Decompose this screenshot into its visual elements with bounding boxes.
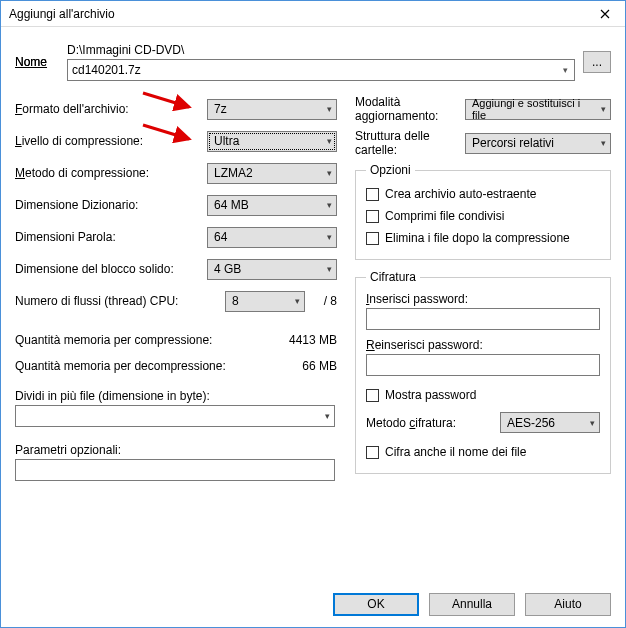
encrypt-names-checkbox[interactable] <box>366 446 379 459</box>
shared-checkbox[interactable] <box>366 210 379 223</box>
shared-label: Comprimi file condivisi <box>385 209 504 223</box>
right-column: Modalità aggiornamento: Aggiungi e sosti… <box>355 95 611 484</box>
archive-name-combo[interactable]: ▾ <box>67 59 575 81</box>
params-input[interactable] <box>15 459 335 481</box>
archive-name-input[interactable] <box>68 60 556 80</box>
chevron-down-icon: ▾ <box>327 136 332 146</box>
window-title: Aggiungi all'archivio <box>9 7 585 21</box>
method-select[interactable]: LZMA2▾ <box>207 163 337 184</box>
show-password-label: Mostra password <box>385 388 476 402</box>
dialog-body: Nome D:\Immagini CD-DVD\ ▾ ... Formato d… <box>1 27 625 581</box>
word-select[interactable]: 64▾ <box>207 227 337 248</box>
solid-label: Dimensione del blocco solido: <box>15 262 207 276</box>
options-legend: Opzioni <box>366 163 415 177</box>
show-password-checkbox[interactable] <box>366 389 379 402</box>
word-label: Dimensioni Parola: <box>15 230 207 244</box>
mem-comp-value: 4413 MB <box>267 333 337 347</box>
chevron-down-icon: ▾ <box>601 138 606 148</box>
ok-button[interactable]: OK <box>333 593 419 616</box>
delete-checkbox[interactable] <box>366 232 379 245</box>
archive-path: D:\Immagini CD-DVD\ <box>67 43 575 57</box>
chevron-down-icon: ▾ <box>327 168 332 178</box>
mem-decomp-label: Quantità memoria per decompressione: <box>15 359 267 373</box>
chevron-down-icon: ▾ <box>590 418 595 428</box>
threads-select[interactable]: 8▾ <box>225 291 305 312</box>
chevron-down-icon: ▾ <box>327 232 332 242</box>
dict-select[interactable]: 64 MB▾ <box>207 195 337 216</box>
encrypt-names-label: Cifra anche il nome dei file <box>385 445 526 459</box>
chevron-down-icon: ▾ <box>327 264 332 274</box>
dialog-footer: OK Annulla Aiuto <box>1 581 625 627</box>
encryption-legend: Cifratura <box>366 270 420 284</box>
password-confirm-input[interactable] <box>366 354 600 376</box>
sfx-checkbox[interactable] <box>366 188 379 201</box>
method-label: Metodo di compressione: <box>15 166 207 180</box>
name-label: Nome <box>15 55 67 69</box>
pw1-label: Inserisci password: <box>366 292 600 306</box>
solid-select[interactable]: 4 GB▾ <box>207 259 337 280</box>
update-select[interactable]: Aggiungi e sostituisci i file▾ <box>465 99 611 120</box>
help-button[interactable]: Aiuto <box>525 593 611 616</box>
delete-label: Elimina i file dopo la compressione <box>385 231 570 245</box>
format-label: Formato dell'archivio: <box>15 102 207 116</box>
password-input[interactable] <box>366 308 600 330</box>
paths-select[interactable]: Percorsi relativi▾ <box>465 133 611 154</box>
chevron-down-icon: ▾ <box>327 104 332 114</box>
split-label: Dividi in più file (dimensione in byte): <box>15 389 337 403</box>
chevron-down-icon: ▾ <box>327 200 332 210</box>
dict-label: Dimensione Dizionario: <box>15 198 207 212</box>
chevron-down-icon: ▾ <box>601 104 606 114</box>
titlebar: Aggiungi all'archivio <box>1 1 625 27</box>
cancel-button[interactable]: Annulla <box>429 593 515 616</box>
options-group: Opzioni Crea archivio auto-estraente Com… <box>355 163 611 260</box>
split-select[interactable]: ▾ <box>15 405 335 427</box>
mem-comp-label: Quantità memoria per compressione: <box>15 333 267 347</box>
pw2-label: Reinserisci password: <box>366 338 600 352</box>
chevron-down-icon: ▾ <box>325 411 330 421</box>
enc-method-label: Metodo cifratura: <box>366 416 492 430</box>
enc-method-select[interactable]: AES-256▾ <box>500 412 600 433</box>
update-label: Modalità aggiornamento: <box>355 95 465 123</box>
chevron-down-icon[interactable]: ▾ <box>556 65 574 75</box>
threads-max: / 8 <box>311 294 337 308</box>
left-column: Formato dell'archivio: 7z▾ Livello di co… <box>15 95 337 484</box>
close-button[interactable] <box>585 1 625 27</box>
browse-button[interactable]: ... <box>583 51 611 73</box>
archive-name-row: Nome D:\Immagini CD-DVD\ ▾ ... <box>15 43 611 81</box>
paths-label: Struttura delle cartelle: <box>355 129 465 157</box>
level-label: Livello di compressione: <box>15 134 207 148</box>
mem-decomp-value: 66 MB <box>267 359 337 373</box>
format-select[interactable]: 7z▾ <box>207 99 337 120</box>
params-label: Parametri opzionali: <box>15 443 337 457</box>
chevron-down-icon: ▾ <box>295 296 300 306</box>
encryption-group: Cifratura Inserisci password: Reinserisc… <box>355 270 611 474</box>
level-select[interactable]: Ultra▾ <box>207 131 337 152</box>
sfx-label: Crea archivio auto-estraente <box>385 187 536 201</box>
dialog-window: Aggiungi all'archivio Nome D:\Immagini C… <box>0 0 626 628</box>
threads-label: Numero di flussi (thread) CPU: <box>15 294 225 308</box>
